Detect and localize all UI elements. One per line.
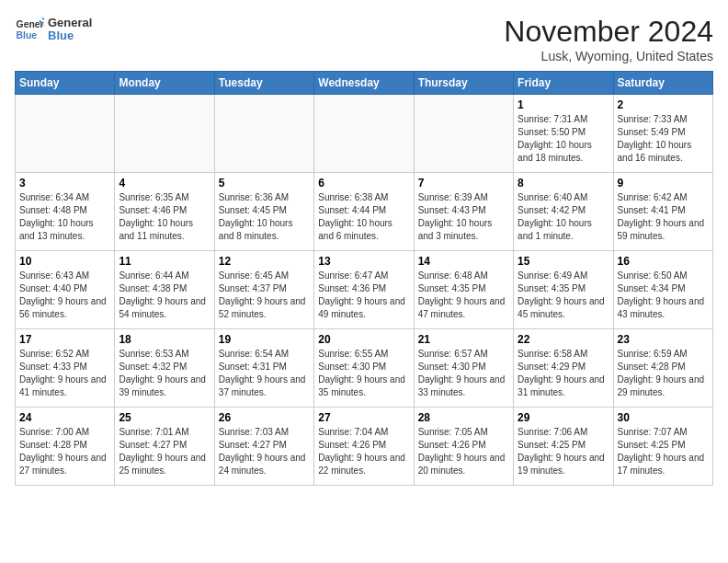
calendar: SundayMondayTuesdayWednesdayThursdayFrid… — [15, 71, 713, 486]
day-info: Sunrise: 7:07 AM Sunset: 4:25 PM Dayligh… — [618, 426, 709, 477]
day-info: Sunrise: 6:50 AM Sunset: 4:34 PM Dayligh… — [618, 270, 709, 321]
header: General Blue General Blue November 2024 … — [15, 15, 713, 63]
day-info: Sunrise: 6:40 AM Sunset: 4:42 PM Dayligh… — [518, 191, 609, 243]
day-number: 4 — [119, 177, 210, 190]
calendar-header-friday: Friday — [514, 72, 613, 95]
calendar-cell — [414, 95, 513, 173]
calendar-header-saturday: Saturday — [613, 72, 712, 95]
calendar-cell — [214, 95, 313, 173]
day-info: Sunrise: 7:01 AM Sunset: 4:27 PM Dayligh… — [119, 426, 210, 477]
calendar-cell: 16Sunrise: 6:50 AM Sunset: 4:34 PM Dayli… — [613, 251, 712, 329]
day-number: 17 — [19, 333, 110, 346]
day-info: Sunrise: 6:54 AM Sunset: 4:31 PM Dayligh… — [219, 348, 310, 399]
day-info: Sunrise: 6:43 AM Sunset: 4:40 PM Dayligh… — [19, 270, 110, 321]
day-info: Sunrise: 6:48 AM Sunset: 4:35 PM Dayligh… — [418, 270, 509, 321]
day-info: Sunrise: 7:04 AM Sunset: 4:26 PM Dayligh… — [318, 426, 409, 477]
day-info: Sunrise: 7:06 AM Sunset: 4:25 PM Dayligh… — [518, 426, 609, 477]
day-info: Sunrise: 6:59 AM Sunset: 4:28 PM Dayligh… — [618, 348, 709, 399]
day-number: 10 — [19, 255, 110, 268]
day-number: 13 — [318, 255, 409, 268]
logo-text: General Blue — [48, 17, 92, 43]
logo-line2: Blue — [48, 29, 92, 42]
calendar-cell: 21Sunrise: 6:57 AM Sunset: 4:30 PM Dayli… — [414, 329, 513, 408]
day-info: Sunrise: 6:57 AM Sunset: 4:30 PM Dayligh… — [418, 348, 509, 399]
calendar-cell: 11Sunrise: 6:44 AM Sunset: 4:38 PM Dayli… — [115, 251, 214, 329]
day-number: 18 — [119, 333, 210, 346]
day-number: 3 — [19, 177, 110, 190]
day-number: 24 — [19, 411, 110, 424]
logo: General Blue General Blue — [15, 15, 92, 44]
day-number: 6 — [318, 177, 409, 190]
calendar-cell: 9Sunrise: 6:42 AM Sunset: 4:41 PM Daylig… — [613, 173, 712, 251]
day-info: Sunrise: 7:00 AM Sunset: 4:28 PM Dayligh… — [19, 426, 110, 477]
day-info: Sunrise: 6:53 AM Sunset: 4:32 PM Dayligh… — [119, 348, 210, 399]
day-number: 27 — [318, 411, 409, 424]
day-number: 11 — [119, 255, 210, 268]
day-number: 8 — [518, 177, 609, 190]
day-info: Sunrise: 6:44 AM Sunset: 4:38 PM Dayligh… — [119, 270, 210, 321]
week-row-3: 10Sunrise: 6:43 AM Sunset: 4:40 PM Dayli… — [16, 251, 713, 329]
calendar-cell: 19Sunrise: 6:54 AM Sunset: 4:31 PM Dayli… — [214, 329, 313, 408]
title-block: November 2024 Lusk, Wyoming, United Stat… — [504, 15, 713, 63]
week-row-2: 3Sunrise: 6:34 AM Sunset: 4:48 PM Daylig… — [16, 173, 713, 251]
calendar-cell: 8Sunrise: 6:40 AM Sunset: 4:42 PM Daylig… — [514, 173, 613, 251]
day-number: 26 — [219, 411, 310, 424]
week-row-1: 1Sunrise: 7:31 AM Sunset: 5:50 PM Daylig… — [16, 95, 713, 173]
calendar-cell — [16, 95, 115, 173]
day-info: Sunrise: 6:58 AM Sunset: 4:29 PM Dayligh… — [518, 348, 609, 399]
calendar-cell — [115, 95, 214, 173]
day-number: 20 — [318, 333, 409, 346]
day-info: Sunrise: 6:55 AM Sunset: 4:30 PM Dayligh… — [318, 348, 409, 399]
calendar-cell: 2Sunrise: 7:33 AM Sunset: 5:49 PM Daylig… — [613, 95, 712, 173]
logo-line1: General — [48, 17, 92, 29]
calendar-cell — [314, 95, 414, 173]
calendar-header-wednesday: Wednesday — [314, 72, 414, 95]
day-number: 2 — [618, 98, 709, 111]
logo-icon: General Blue — [15, 15, 44, 44]
day-info: Sunrise: 6:34 AM Sunset: 4:48 PM Dayligh… — [19, 191, 110, 243]
day-number: 28 — [418, 411, 509, 424]
day-number: 12 — [219, 255, 310, 268]
calendar-cell: 14Sunrise: 6:48 AM Sunset: 4:35 PM Dayli… — [414, 251, 513, 329]
calendar-cell: 22Sunrise: 6:58 AM Sunset: 4:29 PM Dayli… — [514, 329, 613, 408]
day-info: Sunrise: 7:03 AM Sunset: 4:27 PM Dayligh… — [219, 426, 310, 477]
day-number: 7 — [418, 177, 509, 190]
calendar-cell: 30Sunrise: 7:07 AM Sunset: 4:25 PM Dayli… — [613, 408, 712, 486]
calendar-cell: 12Sunrise: 6:45 AM Sunset: 4:37 PM Dayli… — [214, 251, 313, 329]
calendar-cell: 18Sunrise: 6:53 AM Sunset: 4:32 PM Dayli… — [115, 329, 214, 408]
calendar-header-thursday: Thursday — [414, 72, 513, 95]
location-title: Lusk, Wyoming, United States — [504, 49, 713, 63]
day-number: 23 — [618, 333, 709, 346]
week-row-5: 24Sunrise: 7:00 AM Sunset: 4:28 PM Dayli… — [16, 408, 713, 486]
calendar-cell: 27Sunrise: 7:04 AM Sunset: 4:26 PM Dayli… — [314, 408, 414, 486]
calendar-cell: 24Sunrise: 7:00 AM Sunset: 4:28 PM Dayli… — [16, 408, 115, 486]
day-number: 5 — [219, 177, 310, 190]
day-info: Sunrise: 6:49 AM Sunset: 4:35 PM Dayligh… — [518, 270, 609, 321]
calendar-cell: 13Sunrise: 6:47 AM Sunset: 4:36 PM Dayli… — [314, 251, 414, 329]
day-info: Sunrise: 7:33 AM Sunset: 5:49 PM Dayligh… — [618, 113, 709, 165]
day-info: Sunrise: 6:52 AM Sunset: 4:33 PM Dayligh… — [19, 348, 110, 399]
calendar-header-sunday: Sunday — [16, 72, 115, 95]
calendar-cell: 6Sunrise: 6:38 AM Sunset: 4:44 PM Daylig… — [314, 173, 414, 251]
calendar-header-tuesday: Tuesday — [214, 72, 313, 95]
day-info: Sunrise: 6:42 AM Sunset: 4:41 PM Dayligh… — [618, 191, 709, 243]
day-info: Sunrise: 6:35 AM Sunset: 4:46 PM Dayligh… — [119, 191, 210, 243]
day-number: 15 — [518, 255, 609, 268]
day-info: Sunrise: 6:47 AM Sunset: 4:36 PM Dayligh… — [318, 270, 409, 321]
day-number: 25 — [119, 411, 210, 424]
day-number: 19 — [219, 333, 310, 346]
calendar-header-monday: Monday — [115, 72, 214, 95]
day-info: Sunrise: 6:38 AM Sunset: 4:44 PM Dayligh… — [318, 191, 409, 243]
calendar-cell: 7Sunrise: 6:39 AM Sunset: 4:43 PM Daylig… — [414, 173, 513, 251]
day-number: 30 — [618, 411, 709, 424]
calendar-cell: 28Sunrise: 7:05 AM Sunset: 4:26 PM Dayli… — [414, 408, 513, 486]
calendar-cell: 23Sunrise: 6:59 AM Sunset: 4:28 PM Dayli… — [613, 329, 712, 408]
calendar-cell: 17Sunrise: 6:52 AM Sunset: 4:33 PM Dayli… — [16, 329, 115, 408]
calendar-cell: 15Sunrise: 6:49 AM Sunset: 4:35 PM Dayli… — [514, 251, 613, 329]
day-info: Sunrise: 6:45 AM Sunset: 4:37 PM Dayligh… — [219, 270, 310, 321]
week-row-4: 17Sunrise: 6:52 AM Sunset: 4:33 PM Dayli… — [16, 329, 713, 408]
calendar-cell: 3Sunrise: 6:34 AM Sunset: 4:48 PM Daylig… — [16, 173, 115, 251]
day-info: Sunrise: 7:31 AM Sunset: 5:50 PM Dayligh… — [518, 113, 609, 165]
day-number: 9 — [618, 177, 709, 190]
calendar-cell: 4Sunrise: 6:35 AM Sunset: 4:46 PM Daylig… — [115, 173, 214, 251]
